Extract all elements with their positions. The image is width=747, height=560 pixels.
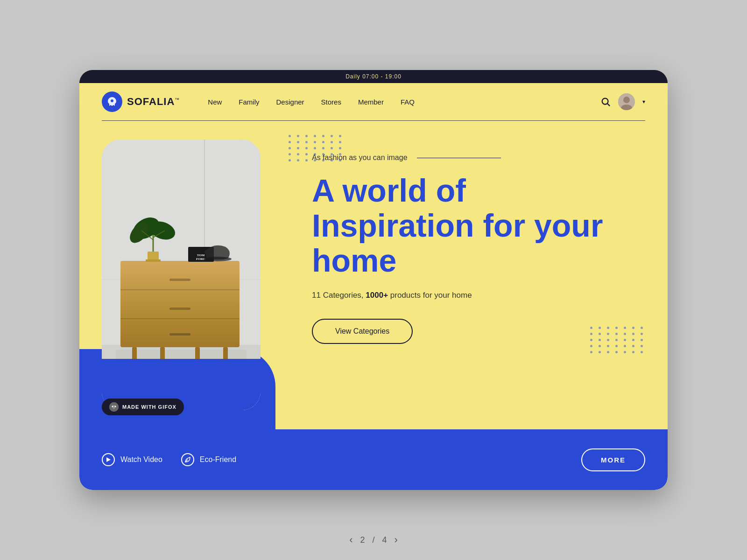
- tagline-line: [417, 158, 501, 158]
- dot: [599, 333, 601, 335]
- svg-point-4: [623, 97, 630, 103]
- dot: [590, 345, 592, 347]
- svg-text:TOM: TOM: [197, 253, 205, 257]
- pagination-next[interactable]: ›: [395, 534, 398, 546]
- logo-icon[interactable]: [102, 91, 122, 112]
- dot: [297, 153, 299, 155]
- more-button[interactable]: MORE: [581, 448, 645, 471]
- dot: [590, 327, 592, 329]
- gifox-badge: MADE WITH GIFOX: [102, 399, 184, 415]
- svg-rect-16: [169, 333, 190, 336]
- dot: [297, 147, 299, 149]
- pagination: ‹ 2 / 4 ›: [349, 534, 398, 546]
- dot: [339, 153, 341, 155]
- dot: [314, 147, 316, 149]
- dot: [624, 345, 626, 347]
- dot: [607, 327, 609, 329]
- dot: [624, 339, 626, 341]
- dot: [615, 339, 618, 341]
- dot: [331, 159, 333, 161]
- dot: [289, 153, 291, 155]
- nav-link-faq[interactable]: FAQ: [401, 98, 415, 106]
- dot: [339, 147, 341, 149]
- dot: [289, 159, 291, 161]
- nav-right: ▾: [600, 93, 645, 110]
- view-categories-button[interactable]: View Categories: [312, 319, 413, 344]
- dot: [331, 135, 333, 137]
- dot: [607, 333, 609, 335]
- svg-rect-34: [102, 359, 261, 378]
- dot: [607, 339, 609, 341]
- hero-title: A world of Inspiration for your home: [312, 173, 645, 278]
- dot: [641, 339, 643, 341]
- bottom-left: Watch Video Eco-Friend: [102, 453, 581, 466]
- dot: [624, 327, 626, 329]
- screen-wrapper: Daily 07:00 - 19:00 SOFALIA™ New Family …: [79, 70, 668, 490]
- svg-point-0: [111, 99, 113, 102]
- dot: [322, 159, 324, 161]
- dot: [615, 333, 618, 335]
- dot: [305, 153, 308, 155]
- pagination-total: 4: [382, 535, 387, 545]
- dot: [599, 327, 601, 329]
- dot: [632, 345, 634, 347]
- dot: [305, 159, 308, 161]
- dot: [314, 135, 316, 137]
- dot: [322, 153, 324, 155]
- dot: [641, 333, 643, 335]
- nav-link-designer[interactable]: Designer: [276, 98, 304, 106]
- svg-rect-28: [146, 259, 161, 262]
- eco-friend-label: Eco-Friend: [200, 455, 236, 464]
- svg-point-1: [602, 98, 608, 105]
- nav-link-new[interactable]: New: [208, 98, 222, 106]
- tagline-row: As fashion as you can image: [312, 154, 645, 162]
- dot: [599, 351, 601, 353]
- dot: [305, 147, 308, 149]
- svg-marker-36: [106, 457, 111, 462]
- dot: [305, 141, 308, 143]
- dot: [322, 147, 324, 149]
- hero-subtitle: 11 Categories, 1000+ products for your h…: [312, 291, 645, 300]
- nav-link-family[interactable]: Family: [239, 98, 259, 106]
- dot: [331, 153, 333, 155]
- dot: [599, 345, 601, 347]
- dot: [322, 135, 324, 137]
- dot: [590, 351, 592, 353]
- dot: [615, 351, 618, 353]
- gifox-icon: [109, 402, 119, 412]
- dot: [607, 345, 609, 347]
- dot: [624, 333, 626, 335]
- avatar[interactable]: [618, 93, 635, 110]
- logo-svg: [106, 96, 118, 108]
- dot: [297, 159, 299, 161]
- dot: [615, 327, 618, 329]
- search-icon[interactable]: [600, 97, 611, 107]
- eco-friend-item[interactable]: Eco-Friend: [181, 453, 236, 466]
- dot: [590, 333, 592, 335]
- dot: [314, 153, 316, 155]
- dot: [289, 135, 291, 137]
- svg-rect-13: [169, 279, 190, 281]
- pagination-prev[interactable]: ‹: [349, 534, 352, 546]
- logo-text: SOFALIA™: [127, 96, 180, 108]
- main-content: TOM FORD document.currentScript.insertAd…: [79, 121, 668, 442]
- dot: [297, 135, 299, 137]
- svg-point-32: [204, 257, 232, 261]
- furniture-card: TOM FORD: [102, 140, 261, 410]
- svg-rect-15: [169, 308, 190, 310]
- dot: [297, 141, 299, 143]
- dot: [632, 333, 634, 335]
- dot: [331, 147, 333, 149]
- nav-links: New Family Designer Stores Member FAQ: [208, 98, 600, 106]
- dot: [339, 159, 341, 161]
- watch-video-item[interactable]: Watch Video: [102, 453, 162, 466]
- dot: [632, 339, 634, 341]
- nav-link-member[interactable]: Member: [358, 98, 384, 106]
- play-icon: [102, 453, 115, 466]
- dropdown-icon[interactable]: ▾: [642, 98, 645, 105]
- dot: [599, 339, 601, 341]
- pagination-current: 2: [360, 535, 365, 545]
- nav-link-stores[interactable]: Stores: [321, 98, 341, 106]
- dot: [590, 339, 592, 341]
- dots-grid-bottom: document.currentScript.insertAdjacentHTM…: [590, 327, 645, 353]
